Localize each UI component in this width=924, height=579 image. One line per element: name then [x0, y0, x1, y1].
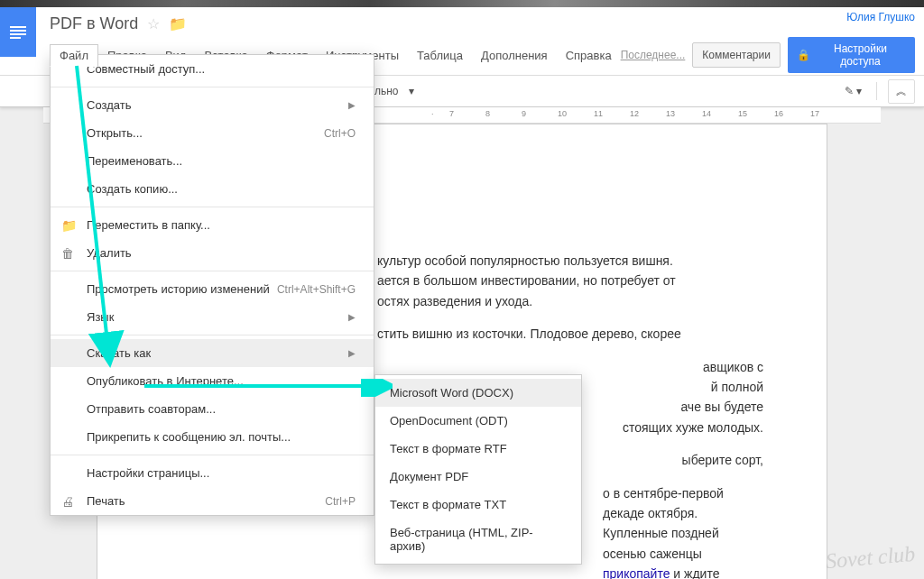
menu-item-print[interactable]: 🖨ПечатьCtrl+P: [51, 487, 374, 515]
menu-item-new[interactable]: Создать▶: [51, 91, 374, 119]
folder-icon: 📁: [61, 218, 77, 233]
hyperlink[interactable]: прикопайте: [603, 566, 670, 579]
submenu-item-odt[interactable]: OpenDocument (ODT): [375, 407, 581, 435]
menu-item-make-copy[interactable]: Создать копию...: [51, 175, 374, 203]
submenu-item-txt[interactable]: Текст в формате TXT: [375, 491, 581, 519]
menu-item-delete[interactable]: 🗑Удалить: [51, 239, 374, 267]
menu-item-open[interactable]: Открыть...Ctrl+O: [51, 119, 374, 147]
document-title[interactable]: PDF в Word: [50, 14, 138, 33]
submenu-arrow-icon: ▶: [348, 100, 356, 110]
download-as-submenu: Microsoft Word (DOCX) OpenDocument (ODT)…: [374, 374, 582, 565]
menu-item-move[interactable]: 📁Переместить в папку...: [51, 211, 374, 239]
menu-item-email-collab[interactable]: Отправить соавторам...: [51, 395, 374, 423]
menu-item-rename[interactable]: Переименовать...: [51, 147, 374, 175]
comments-button[interactable]: Комментарии: [692, 42, 781, 68]
menu-table[interactable]: Таблица: [408, 45, 472, 66]
submenu-item-html[interactable]: Веб-страница (HTML, ZIP-архив): [375, 519, 581, 560]
editing-mode-button[interactable]: ✎ ▾: [841, 83, 865, 99]
star-icon[interactable]: ☆: [147, 15, 160, 32]
share-label: Настройки доступа: [815, 42, 906, 68]
print-icon: 🖨: [61, 494, 74, 509]
menu-item-download-as[interactable]: Скачать как▶: [51, 339, 374, 367]
menu-help[interactable]: Справка: [557, 45, 621, 66]
docs-logo[interactable]: [0, 7, 36, 57]
menu-addons[interactable]: Дополнения: [472, 45, 557, 66]
submenu-arrow-icon: ▶: [348, 348, 356, 358]
submenu-item-rtf[interactable]: Текст в формате RTF: [375, 435, 581, 463]
menu-item-publish[interactable]: Опубликовать в Интернете...: [51, 367, 374, 395]
browser-tab-strip: [0, 0, 924, 7]
submenu-item-pdf[interactable]: Документ PDF: [375, 463, 581, 491]
menu-item-email-attach[interactable]: Прикрепить к сообщению эл. почты...: [51, 423, 374, 451]
share-button[interactable]: 🔒 Настройки доступа: [788, 37, 915, 73]
submenu-item-docx[interactable]: Microsoft Word (DOCX): [375, 379, 581, 407]
user-account-link[interactable]: Юлия Глушко: [846, 11, 915, 23]
submenu-arrow-icon: ▶: [348, 312, 356, 322]
menu-item-history[interactable]: Просмотреть историю измененийCtrl+Alt+Sh…: [51, 275, 374, 303]
menu-item-page-setup[interactable]: Настройки страницы...: [51, 459, 374, 487]
menu-item-language[interactable]: Язык▶: [51, 303, 374, 331]
recent-changes-link[interactable]: Последнее...: [621, 49, 686, 61]
menu-item-share[interactable]: Совместный доступ...: [51, 55, 374, 83]
file-menu-dropdown: Совместный доступ... Создать▶ Открыть...…: [50, 54, 374, 516]
collapse-toolbar-button[interactable]: ︽: [888, 79, 915, 104]
dropdown-caret-icon[interactable]: ▾: [409, 85, 414, 97]
trash-icon: 🗑: [61, 246, 74, 261]
lock-icon: 🔒: [797, 49, 810, 61]
menu-file[interactable]: Файл: [50, 44, 98, 67]
folder-icon[interactable]: 📁: [169, 15, 187, 32]
